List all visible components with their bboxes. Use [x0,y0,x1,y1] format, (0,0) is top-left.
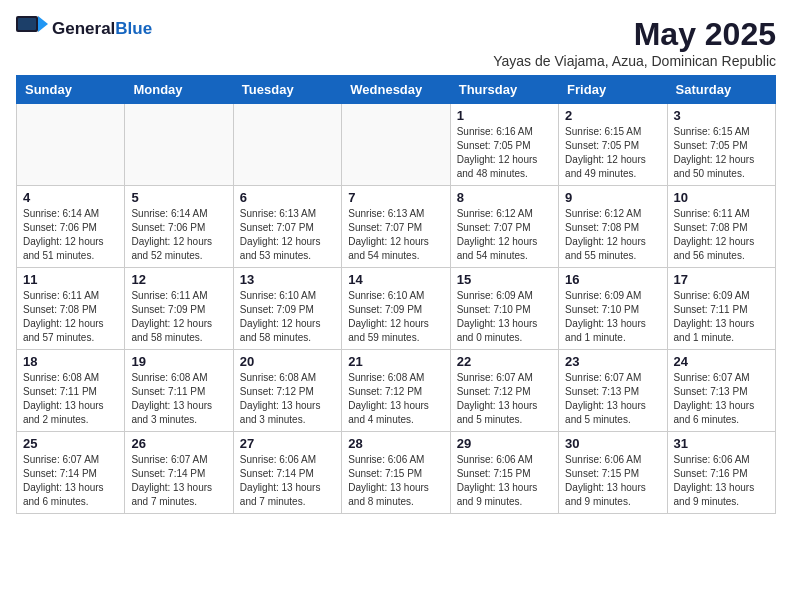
day-number: 5 [131,190,226,205]
day-info: Sunrise: 6:16 AM Sunset: 7:05 PM Dayligh… [457,125,552,181]
day-cell: 27Sunrise: 6:06 AM Sunset: 7:14 PM Dayli… [233,432,341,514]
logo-icon [16,16,48,42]
day-cell [125,104,233,186]
day-cell: 17Sunrise: 6:09 AM Sunset: 7:11 PM Dayli… [667,268,775,350]
day-info: Sunrise: 6:07 AM Sunset: 7:12 PM Dayligh… [457,371,552,427]
day-cell [17,104,125,186]
day-info: Sunrise: 6:07 AM Sunset: 7:14 PM Dayligh… [131,453,226,509]
day-cell: 9Sunrise: 6:12 AM Sunset: 7:08 PM Daylig… [559,186,667,268]
day-info: Sunrise: 6:08 AM Sunset: 7:12 PM Dayligh… [240,371,335,427]
day-cell [342,104,450,186]
weekday-header-sunday: Sunday [17,76,125,104]
svg-marker-1 [38,16,48,32]
day-number: 7 [348,190,443,205]
day-cell: 21Sunrise: 6:08 AM Sunset: 7:12 PM Dayli… [342,350,450,432]
weekday-header-tuesday: Tuesday [233,76,341,104]
day-info: Sunrise: 6:06 AM Sunset: 7:15 PM Dayligh… [348,453,443,509]
day-cell: 19Sunrise: 6:08 AM Sunset: 7:11 PM Dayli… [125,350,233,432]
week-row-3: 11Sunrise: 6:11 AM Sunset: 7:08 PM Dayli… [17,268,776,350]
day-number: 1 [457,108,552,123]
day-cell: 4Sunrise: 6:14 AM Sunset: 7:06 PM Daylig… [17,186,125,268]
day-number: 11 [23,272,118,287]
day-cell: 26Sunrise: 6:07 AM Sunset: 7:14 PM Dayli… [125,432,233,514]
day-cell: 20Sunrise: 6:08 AM Sunset: 7:12 PM Dayli… [233,350,341,432]
day-number: 18 [23,354,118,369]
day-info: Sunrise: 6:13 AM Sunset: 7:07 PM Dayligh… [240,207,335,263]
day-cell: 3Sunrise: 6:15 AM Sunset: 7:05 PM Daylig… [667,104,775,186]
day-info: Sunrise: 6:09 AM Sunset: 7:11 PM Dayligh… [674,289,769,345]
day-cell: 12Sunrise: 6:11 AM Sunset: 7:09 PM Dayli… [125,268,233,350]
day-cell: 5Sunrise: 6:14 AM Sunset: 7:06 PM Daylig… [125,186,233,268]
day-info: Sunrise: 6:08 AM Sunset: 7:11 PM Dayligh… [23,371,118,427]
day-cell: 31Sunrise: 6:06 AM Sunset: 7:16 PM Dayli… [667,432,775,514]
day-info: Sunrise: 6:14 AM Sunset: 7:06 PM Dayligh… [131,207,226,263]
day-number: 23 [565,354,660,369]
header: General Blue May 2025 Yayas de Viajama, … [16,16,776,69]
day-number: 15 [457,272,552,287]
weekday-header-wednesday: Wednesday [342,76,450,104]
logo-blue: Blue [115,19,152,39]
day-info: Sunrise: 6:09 AM Sunset: 7:10 PM Dayligh… [457,289,552,345]
day-info: Sunrise: 6:11 AM Sunset: 7:08 PM Dayligh… [674,207,769,263]
day-cell: 22Sunrise: 6:07 AM Sunset: 7:12 PM Dayli… [450,350,558,432]
day-cell: 13Sunrise: 6:10 AM Sunset: 7:09 PM Dayli… [233,268,341,350]
weekday-header-monday: Monday [125,76,233,104]
day-number: 10 [674,190,769,205]
day-number: 31 [674,436,769,451]
day-cell: 28Sunrise: 6:06 AM Sunset: 7:15 PM Dayli… [342,432,450,514]
day-number: 2 [565,108,660,123]
day-info: Sunrise: 6:08 AM Sunset: 7:11 PM Dayligh… [131,371,226,427]
day-info: Sunrise: 6:10 AM Sunset: 7:09 PM Dayligh… [240,289,335,345]
day-number: 12 [131,272,226,287]
weekday-header-thursday: Thursday [450,76,558,104]
calendar: SundayMondayTuesdayWednesdayThursdayFrid… [16,75,776,514]
day-number: 26 [131,436,226,451]
day-number: 29 [457,436,552,451]
month-title: May 2025 [493,16,776,53]
day-info: Sunrise: 6:13 AM Sunset: 7:07 PM Dayligh… [348,207,443,263]
svg-rect-2 [18,18,36,30]
day-info: Sunrise: 6:12 AM Sunset: 7:07 PM Dayligh… [457,207,552,263]
day-number: 6 [240,190,335,205]
week-row-2: 4Sunrise: 6:14 AM Sunset: 7:06 PM Daylig… [17,186,776,268]
day-cell: 15Sunrise: 6:09 AM Sunset: 7:10 PM Dayli… [450,268,558,350]
day-info: Sunrise: 6:08 AM Sunset: 7:12 PM Dayligh… [348,371,443,427]
day-number: 3 [674,108,769,123]
day-cell: 11Sunrise: 6:11 AM Sunset: 7:08 PM Dayli… [17,268,125,350]
title-area: May 2025 Yayas de Viajama, Azua, Dominic… [493,16,776,69]
day-number: 8 [457,190,552,205]
day-info: Sunrise: 6:06 AM Sunset: 7:15 PM Dayligh… [457,453,552,509]
day-cell: 1Sunrise: 6:16 AM Sunset: 7:05 PM Daylig… [450,104,558,186]
day-number: 17 [674,272,769,287]
logo-general: General [52,19,115,39]
day-number: 25 [23,436,118,451]
day-cell: 29Sunrise: 6:06 AM Sunset: 7:15 PM Dayli… [450,432,558,514]
day-number: 28 [348,436,443,451]
day-number: 24 [674,354,769,369]
week-row-4: 18Sunrise: 6:08 AM Sunset: 7:11 PM Dayli… [17,350,776,432]
day-info: Sunrise: 6:09 AM Sunset: 7:10 PM Dayligh… [565,289,660,345]
day-cell: 8Sunrise: 6:12 AM Sunset: 7:07 PM Daylig… [450,186,558,268]
subtitle: Yayas de Viajama, Azua, Dominican Republ… [493,53,776,69]
day-cell: 7Sunrise: 6:13 AM Sunset: 7:07 PM Daylig… [342,186,450,268]
day-number: 30 [565,436,660,451]
day-cell: 14Sunrise: 6:10 AM Sunset: 7:09 PM Dayli… [342,268,450,350]
day-info: Sunrise: 6:07 AM Sunset: 7:13 PM Dayligh… [674,371,769,427]
day-number: 4 [23,190,118,205]
day-info: Sunrise: 6:06 AM Sunset: 7:14 PM Dayligh… [240,453,335,509]
day-cell: 25Sunrise: 6:07 AM Sunset: 7:14 PM Dayli… [17,432,125,514]
day-number: 21 [348,354,443,369]
day-info: Sunrise: 6:06 AM Sunset: 7:16 PM Dayligh… [674,453,769,509]
week-row-5: 25Sunrise: 6:07 AM Sunset: 7:14 PM Dayli… [17,432,776,514]
day-info: Sunrise: 6:07 AM Sunset: 7:14 PM Dayligh… [23,453,118,509]
day-info: Sunrise: 6:12 AM Sunset: 7:08 PM Dayligh… [565,207,660,263]
day-number: 20 [240,354,335,369]
weekday-header-friday: Friday [559,76,667,104]
day-number: 13 [240,272,335,287]
day-info: Sunrise: 6:06 AM Sunset: 7:15 PM Dayligh… [565,453,660,509]
week-row-1: 1Sunrise: 6:16 AM Sunset: 7:05 PM Daylig… [17,104,776,186]
day-info: Sunrise: 6:15 AM Sunset: 7:05 PM Dayligh… [565,125,660,181]
day-cell: 6Sunrise: 6:13 AM Sunset: 7:07 PM Daylig… [233,186,341,268]
day-cell: 16Sunrise: 6:09 AM Sunset: 7:10 PM Dayli… [559,268,667,350]
day-cell: 24Sunrise: 6:07 AM Sunset: 7:13 PM Dayli… [667,350,775,432]
